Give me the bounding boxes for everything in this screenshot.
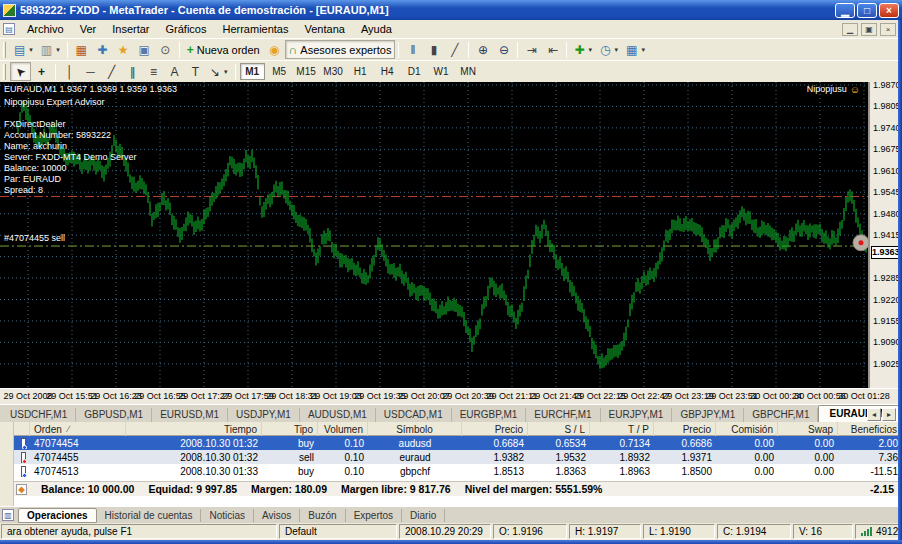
navigator-button[interactable]: ★	[113, 40, 134, 59]
terminal-tab-historial-de-cuentas[interactable]: Historial de cuentas	[97, 509, 202, 522]
templates-button[interactable]: ▦▾	[622, 40, 649, 59]
menu-item-archivo[interactable]: Archivo	[19, 22, 72, 36]
menu-item-ayuda[interactable]: Ayuda	[353, 22, 400, 36]
minimize-button[interactable]: ▁	[835, 3, 855, 18]
zoom-in-button[interactable]: ⊕	[472, 40, 493, 59]
channel-button[interactable]: ∥	[122, 62, 143, 81]
symbol-tab-eurusd[interactable]: EURUSD,M1	[152, 408, 228, 422]
terminal-tab-noticias[interactable]: Noticias	[201, 509, 254, 522]
order-sell-icon	[21, 452, 26, 463]
terminal-tab-avisos[interactable]: Avisos	[254, 509, 300, 522]
column-header-3[interactable]: Volumen	[318, 422, 368, 436]
symbol-tab-eurchf[interactable]: EURCHF,M1	[526, 408, 600, 422]
child-minimize-button[interactable]: ▁	[842, 23, 858, 36]
column-header-0[interactable]: Orden∕	[30, 422, 126, 436]
timeframe-mn-button[interactable]: MN	[456, 63, 481, 80]
fibonacci-button[interactable]: ≡	[143, 62, 164, 81]
horizontal-line-button[interactable]: ─	[80, 62, 101, 81]
symbol-tab-eurjpy[interactable]: EURJPY,M1	[601, 408, 673, 422]
arrow-objects-icon: ↘	[210, 65, 220, 79]
scroll-right-icon[interactable]: ▸	[882, 408, 896, 421]
terminal-tab-buzón[interactable]: Buzón	[300, 509, 345, 522]
timeframe-h4-button[interactable]: H4	[375, 63, 400, 80]
symbol-tab-audusd[interactable]: AUDUSD,M1	[300, 408, 376, 422]
menu-item-herramientas[interactable]: Herramientas	[214, 22, 296, 36]
order-row[interactable]: 470745132008.10.30 01:33buy0.10gbpchf1.8…	[14, 464, 902, 478]
timeframe-w1-button[interactable]: W1	[429, 63, 454, 80]
ea-badge-label: Nipopjusu	[807, 84, 847, 95]
order-cell: 2008.10.30 01:32	[126, 452, 262, 463]
child-restore-button[interactable]: ▣	[861, 23, 877, 36]
title-bar[interactable]: 5893222: FXDD - MetaTrader - Cuenta de d…	[0, 0, 902, 20]
maximize-button[interactable]: □	[857, 3, 877, 18]
column-header-2[interactable]: Tipo	[262, 422, 318, 436]
symbol-tab-gbpusd[interactable]: GBPUSD,M1	[76, 408, 152, 422]
balance-segment: Equidad: 9 997.85	[148, 483, 237, 495]
market-watch-button[interactable]: ▦	[71, 40, 92, 59]
bar-chart-button[interactable]: ‖	[402, 40, 423, 59]
column-header-9[interactable]: Comisión	[716, 422, 778, 436]
order-line-label: #47074455 sell	[4, 233, 65, 244]
cursor-button[interactable]: ➤	[10, 62, 31, 81]
column-header-1[interactable]: Tiempo	[126, 422, 262, 436]
vertical-line-button[interactable]: │	[59, 62, 80, 81]
label-button[interactable]: T	[185, 62, 206, 81]
menu-item-gráficos[interactable]: Gráficos	[158, 22, 215, 36]
line-chart-button[interactable]: ╱	[444, 40, 465, 59]
menu-item-ventana[interactable]: Ventana	[297, 22, 353, 36]
column-header-4[interactable]: Símbolo	[368, 422, 462, 436]
symbol-tab-usdchf[interactable]: USDCHF,M1	[2, 408, 76, 422]
header-icon-cell	[14, 422, 30, 436]
order-row[interactable]: 470744552008.10.30 01:32sell0.10euraud1.…	[14, 450, 902, 464]
metaeditor-button[interactable]: ◉	[264, 40, 285, 59]
profiles-button[interactable]: ▥▾	[37, 40, 64, 59]
periods-button[interactable]: ◷▾	[596, 40, 622, 59]
menu-item-insertar[interactable]: Insertar	[104, 22, 157, 36]
auto-scroll-button[interactable]: ⇥	[521, 40, 542, 59]
candlestick-button[interactable]: ▮	[423, 40, 444, 59]
window-frame-bottom	[0, 540, 902, 544]
timeframe-d1-button[interactable]: D1	[402, 63, 427, 80]
column-header-11[interactable]: Beneficios	[838, 422, 902, 436]
nueva-orden-button[interactable]: +Nueva orden	[183, 40, 264, 59]
timeframe-m5-button[interactable]: M5	[267, 63, 292, 80]
symbol-tab-usdjpy[interactable]: USDJPY,M1	[228, 408, 300, 422]
zoom-out-button[interactable]: ⊖	[493, 40, 514, 59]
timeframe-m30-button[interactable]: M30	[321, 63, 346, 80]
scroll-left-icon[interactable]: ◂	[867, 408, 881, 421]
data-window-button[interactable]: ✚	[92, 40, 113, 59]
indicators-button[interactable]: ✚▾	[570, 40, 596, 59]
column-header-8[interactable]: Precio	[654, 422, 716, 436]
terminal-tab-operaciones[interactable]: Operaciones	[18, 508, 97, 523]
order-cell: 0.10	[318, 452, 368, 463]
column-header-7[interactable]: T / P	[590, 422, 654, 436]
chart-shift-button[interactable]: ⇤	[542, 40, 563, 59]
timeframe-m1-button[interactable]: M1	[240, 63, 265, 80]
terminal-tab-diario[interactable]: Diario	[402, 509, 445, 522]
symbol-tab-usdcad[interactable]: USDCAD,M1	[376, 408, 452, 422]
timeframe-m15-button[interactable]: M15	[294, 63, 319, 80]
timeframe-h1-button[interactable]: H1	[348, 63, 373, 80]
chart-area[interactable]: EURAUD,M1 1.9367 1.9369 1.9359 1.9363Nip…	[0, 82, 902, 388]
terminal-tabs-bar: ▥ OperacionesHistorial de cuentasNoticia…	[0, 506, 902, 523]
symbol-tab-eurgbp[interactable]: EURGBP,M1	[452, 408, 527, 422]
column-header-5[interactable]: Precio	[462, 422, 528, 436]
column-header-6[interactable]: S / L	[528, 422, 590, 436]
terminal-button[interactable]: ▣	[134, 40, 155, 59]
order-row[interactable]: 470744542008.10.30 01:32buy0.10audusd0.6…	[14, 436, 902, 450]
close-button[interactable]: ×	[879, 3, 899, 18]
symbol-tab-gbpchf[interactable]: GBPCHF,M1	[744, 408, 818, 422]
trendline-button[interactable]: ╱	[101, 62, 122, 81]
terminal-tab-expertos[interactable]: Expertos	[346, 509, 402, 522]
child-close-button[interactable]: ×	[880, 23, 896, 36]
strategy-tester-button[interactable]: ⊙	[155, 40, 176, 59]
symbol-tab-gbpjpy[interactable]: GBPJPY,M1	[672, 408, 744, 422]
column-header-10[interactable]: Swap	[778, 422, 838, 436]
arrows-button[interactable]: ↘▾	[206, 62, 232, 81]
new-chart-button[interactable]: ▤▾	[10, 40, 37, 59]
crosshair-button[interactable]: +	[31, 62, 52, 81]
menu-item-ver[interactable]: Ver	[72, 22, 105, 36]
toolbar-separator	[55, 64, 56, 80]
text-button[interactable]: A	[164, 62, 185, 81]
asesores-expertos-button[interactable]: ∩Asesores expertos	[285, 40, 396, 59]
